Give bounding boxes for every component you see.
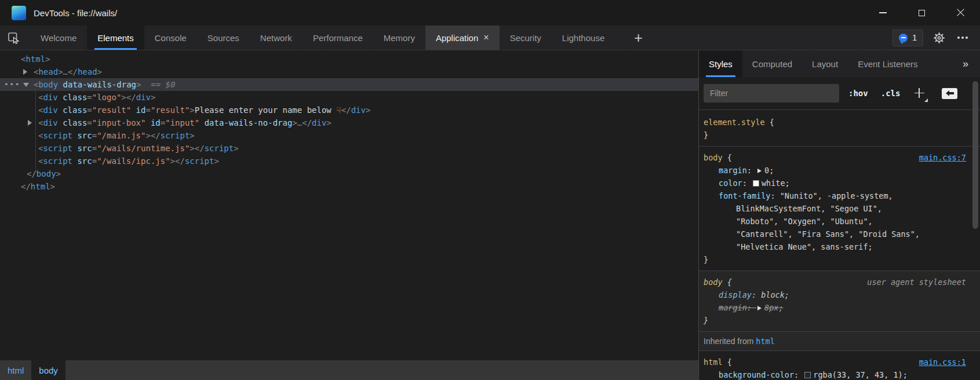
sidebar-tab-computed[interactable]: Computed <box>742 50 802 77</box>
css-token-val: BlinkMacSystemFont, "Segoe UI", <box>736 204 882 213</box>
tab-elements[interactable]: Elements <box>87 25 144 50</box>
tab-label: Performance <box>313 33 363 43</box>
toggle-class-button[interactable]: .cls <box>881 89 901 98</box>
token-pun: ></ <box>190 144 204 153</box>
close-button[interactable] <box>941 0 980 25</box>
tab-security[interactable]: Security <box>500 25 552 50</box>
token-emoji: ☟ <box>336 105 341 115</box>
toggle-sidebar-pane-icon[interactable] <box>942 88 957 99</box>
dom-tree-row[interactable]: <script src="/main.js"></script> <box>0 129 698 142</box>
css-token-brace: { <box>723 277 732 287</box>
breadcrumb: htmlbody <box>0 360 698 380</box>
css-declaration[interactable]: font-family: "Nunito", -apple-system, <box>704 189 966 202</box>
token-tag: script <box>185 156 214 166</box>
sidebar-scrollbar[interactable] <box>972 77 979 380</box>
elements-panel: <html><head>…</head>•••<body data-wails-… <box>0 50 698 380</box>
styles-filter-input[interactable] <box>704 84 839 103</box>
token-tag: script <box>43 131 72 140</box>
dom-tree-row[interactable]: </body> <box>0 167 698 180</box>
tab-memory[interactable]: Memory <box>373 25 425 50</box>
dom-tree: <html><head>…</head>•••<body data-wails-… <box>0 50 698 193</box>
css-token-val: "Cantarell", "Fira Sans", "Droid Sans", <box>736 229 920 239</box>
rule-close-brace: } <box>704 314 966 327</box>
css-declaration[interactable]: color: white; <box>704 177 966 189</box>
expand-value-arrow-icon[interactable] <box>757 169 762 173</box>
css-declaration[interactable]: "Helvetica Neue", sans-serif; <box>704 240 966 253</box>
token-pun: > <box>190 131 194 140</box>
breadcrumb-item-body[interactable]: body <box>31 360 65 380</box>
color-swatch-dark[interactable] <box>804 372 811 378</box>
sidebar-tab-styles[interactable]: Styles <box>699 50 742 77</box>
row-menu-icon[interactable]: ••• <box>4 78 20 91</box>
sidebar-tab-event-listeners[interactable]: Event Listeners <box>848 50 927 77</box>
expand-arrow-icon[interactable] <box>28 120 32 126</box>
tab-sources[interactable]: Sources <box>197 25 250 50</box>
feedback-badge-button[interactable]: 1 <box>892 30 923 46</box>
css-declaration[interactable]: margin: 8px; <box>704 301 966 314</box>
tab-performance[interactable]: Performance <box>303 25 373 50</box>
css-token-sel: body <box>704 153 723 162</box>
css-declaration[interactable]: display: block; <box>704 288 966 301</box>
dom-tree-row[interactable]: <head>…</head> <box>0 65 698 78</box>
tab-console[interactable]: Console <box>144 25 197 50</box>
inspect-element-button[interactable] <box>0 25 27 50</box>
stylesheet-source-link[interactable]: main.css:7 <box>919 151 966 164</box>
expand-arrow-icon[interactable] <box>23 83 29 87</box>
tab-lighthouse[interactable]: Lighthouse <box>552 25 615 50</box>
more-options-button[interactable] <box>955 30 971 46</box>
new-style-rule-button[interactable] <box>913 87 926 100</box>
inherited-from-node-link[interactable]: html <box>756 337 775 346</box>
tab-welcome[interactable]: Welcome <box>30 25 87 50</box>
settings-button[interactable] <box>931 30 947 46</box>
sidebar-tab-layout[interactable]: Layout <box>802 50 848 77</box>
token-str: "logo" <box>92 93 122 102</box>
expand-arrow-icon[interactable] <box>23 69 27 75</box>
dom-tree-row[interactable]: <html> <box>0 53 698 65</box>
dom-tree-row[interactable]: <div class="result" id="result">Please e… <box>0 104 698 116</box>
minimize-button[interactable] <box>864 0 902 25</box>
css-declaration[interactable]: "Cantarell", "Fira Sans", "Droid Sans", <box>704 228 966 240</box>
tab-application[interactable]: Application× <box>425 25 500 50</box>
tab-close-icon[interactable]: × <box>483 33 489 42</box>
more-sidebar-tabs-button[interactable]: » <box>963 50 980 77</box>
dom-tree-row[interactable]: <script src="/wails/ipc.js"></script> <box>0 155 698 167</box>
breadcrumb-item-html[interactable]: html <box>0 360 31 380</box>
style-rule: html {main.css:1background-color: rgba(3… <box>699 351 980 380</box>
more-tools-button[interactable]: + <box>624 25 653 50</box>
css-token-prop: color <box>719 178 742 188</box>
rule-selector[interactable]: element.style { <box>704 116 966 129</box>
color-swatch-white[interactable] <box>753 180 759 187</box>
token-pun: = <box>92 156 97 166</box>
sidebar-tabs: StylesComputedLayoutEvent Listeners» <box>699 50 980 77</box>
token-pun: > <box>45 54 50 64</box>
css-token-prop: font-family <box>719 191 770 200</box>
css-declaration[interactable]: background-color: rgba(33, 37, 43, 1); <box>704 368 966 380</box>
maximize-button[interactable] <box>902 0 941 25</box>
tab-network[interactable]: Network <box>250 25 303 50</box>
style-rules-list: element.style {}body {main.css:7margin: … <box>699 110 980 380</box>
token-str: "/main.js" <box>97 131 145 140</box>
stylesheet-source-link[interactable]: main.css:1 <box>919 356 966 368</box>
token-tag: div <box>351 105 366 115</box>
gear-icon <box>933 32 945 44</box>
scrollbar-thumb[interactable] <box>972 81 978 229</box>
token-pun: > <box>50 182 55 191</box>
toggle-hover-state-button[interactable]: :hov <box>848 89 868 98</box>
expand-value-arrow-icon[interactable] <box>757 306 762 310</box>
tab-label: Welcome <box>41 33 76 43</box>
dom-tree-row[interactable]: <div class="logo"></div> <box>0 91 698 104</box>
css-declaration[interactable]: BlinkMacSystemFont, "Segoe UI", <box>704 202 966 215</box>
css-declaration[interactable]: margin: 0; <box>704 164 966 177</box>
dom-tree-row[interactable]: <script src="/wails/runtime.js"></script… <box>0 142 698 155</box>
dom-tree-row[interactable]: <div class="input-box" id="input" data-w… <box>0 116 698 129</box>
style-rule: body {main.css:7margin: 0;color: white;f… <box>699 147 980 271</box>
token-pun: </ <box>21 182 31 191</box>
token-attr: src <box>72 144 92 153</box>
token-attr: class <box>58 105 88 115</box>
token-tag: div <box>136 93 151 102</box>
dom-tree-row[interactable]: </html> <box>0 180 698 193</box>
css-declaration[interactable]: "Roboto", "Oxygen", "Ubuntu", <box>704 215 966 228</box>
token-pun: > <box>292 118 297 127</box>
dom-tree-row[interactable]: •••<body data-wails-drag> == $0 <box>0 78 698 91</box>
token-pun: = <box>87 118 92 127</box>
